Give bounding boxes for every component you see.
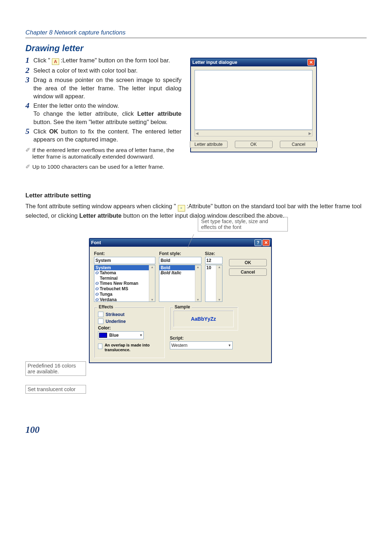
font-dialog: Font ? ✕ Font: System System OTahoma (89, 238, 272, 363)
note-text: Up to 1000 characters can be used for a … (32, 164, 164, 170)
color-swatch-icon (99, 333, 107, 338)
color-label: Color: (98, 325, 161, 331)
font-listbox[interactable]: System OTahoma Terminal OTimes New Roman… (94, 265, 155, 302)
help-icon[interactable]: ? (254, 239, 262, 246)
letter-frame-icon: A (52, 58, 59, 65)
callout-translucent: Set translucent color (25, 385, 86, 394)
scrollbar-vertical[interactable]: ▴▾ (216, 265, 222, 301)
underline-checkbox[interactable]: Underline (98, 319, 161, 324)
section-title: Drawing letter (25, 43, 367, 53)
scrollbar-vertical[interactable]: ▴▾ (195, 265, 201, 301)
note-icon: ✐ (25, 147, 30, 160)
page-number: 100 (25, 424, 367, 435)
dialog-title: Font (91, 240, 101, 245)
scrollbar-vertical[interactable]: ▴▾ (149, 265, 155, 301)
cancel-button[interactable]: Cancel (229, 268, 267, 276)
sample-preview: AaBbYyZz (173, 310, 234, 327)
step-text: Enter the letter onto the window. To cha… (33, 102, 181, 126)
step-text: Click " A :Letter frame" button on the f… (33, 56, 170, 65)
step-number: 3 (25, 76, 33, 100)
strikeout-checkbox[interactable]: Strikeout (98, 312, 161, 317)
step-number: 1 (25, 56, 33, 65)
chevron-down-icon: ▼ (139, 333, 143, 337)
dialog-title: Letter input dialogue (192, 60, 237, 65)
script-select[interactable]: Western ▼ (170, 341, 233, 349)
translucence-checkbox[interactable]: An overlap is made into translucence. (98, 343, 161, 352)
letter-input-dialog: Letter input dialogue ✕ ◀▶ Letter attrib… (190, 58, 317, 152)
subsection-title: Letter attribute setting (25, 192, 367, 199)
size-label: Size: (205, 251, 222, 256)
effects-legend: Effects (97, 304, 115, 309)
script-label: Script: (170, 336, 238, 341)
callout-colors: Predefined 16 colors are available. (25, 361, 86, 376)
size-input[interactable]: 12 (205, 257, 222, 264)
note-text: If the entered letter overflows the area… (32, 147, 181, 160)
size-listbox[interactable]: 10 ▴▾ (205, 265, 222, 302)
body-text: The font attribute setting window appear… (25, 202, 367, 220)
font-style-label: Font style: (159, 251, 201, 256)
attribute-icon: ≡ (178, 205, 185, 212)
chapter-header: Chapter 8 Network capture functions (25, 29, 367, 38)
font-label: Font: (94, 251, 155, 256)
step-text: Drag a mouse pointer on the screen image… (33, 76, 181, 100)
font-style-listbox[interactable]: Bold Bold Italic ▴▾ (159, 265, 201, 302)
close-icon[interactable]: ✕ (262, 239, 270, 246)
font-input[interactable]: System (94, 257, 155, 264)
font-style-input[interactable]: Bold (159, 257, 201, 264)
close-icon[interactable]: ✕ (307, 59, 315, 66)
step-number: 4 (25, 102, 33, 126)
letter-attribute-button[interactable]: Letter attribute (190, 141, 228, 148)
chevron-down-icon: ▼ (228, 344, 231, 347)
step-text: Click OK button to fix the content. The … (33, 127, 181, 144)
step-text: Select a color of text with color tool b… (33, 66, 138, 74)
step-number: 5 (25, 127, 33, 144)
scrollbar-horizontal[interactable]: ◀▶ (195, 130, 313, 136)
ok-button[interactable]: OK (235, 141, 273, 148)
color-select[interactable]: Blue ▼ (98, 331, 144, 339)
step-number: 2 (25, 66, 33, 74)
ok-button[interactable]: OK (229, 259, 267, 266)
letter-textarea[interactable] (195, 70, 313, 130)
note-icon: ✐ (25, 164, 30, 170)
cancel-button[interactable]: Cancel (280, 141, 318, 148)
callout-typeface: Set type face, style, size and effects o… (198, 217, 288, 231)
sample-legend: Sample (173, 304, 192, 309)
